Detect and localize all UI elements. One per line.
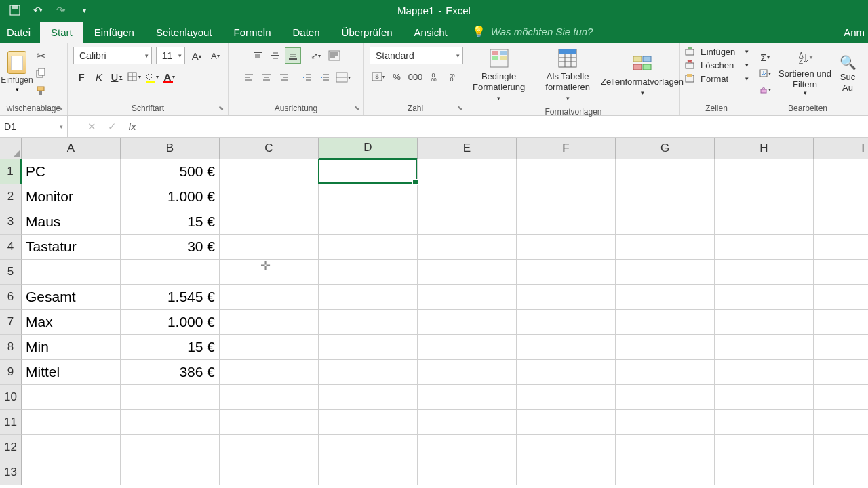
cell[interactable] — [517, 235, 616, 260]
decrease-indent-icon[interactable] — [299, 69, 315, 85]
tab-einfuegen[interactable]: Einfügen — [83, 22, 145, 43]
tab-daten[interactable]: Daten — [282, 22, 331, 43]
cell[interactable] — [814, 385, 868, 410]
cell[interactable] — [616, 235, 715, 260]
cell[interactable] — [319, 310, 418, 335]
cell[interactable] — [220, 159, 319, 184]
cancel-formula-icon[interactable]: ✕ — [81, 116, 102, 137]
cell[interactable] — [814, 159, 868, 184]
cell[interactable] — [814, 209, 868, 235]
cell[interactable] — [220, 435, 319, 460]
shrink-font-icon[interactable]: A▾ — [208, 47, 222, 64]
bold-button[interactable]: F — [73, 68, 90, 85]
autosum-icon[interactable]: Σ ▾ — [757, 50, 772, 64]
cell[interactable] — [22, 260, 121, 285]
tab-formeln[interactable]: Formeln — [223, 22, 282, 43]
grow-font-icon[interactable]: A▴ — [189, 47, 204, 64]
qat-customize-icon[interactable]: ▾ — [76, 2, 92, 18]
cell[interactable]: 30 € — [121, 235, 220, 260]
cell[interactable] — [715, 159, 814, 184]
dialog-launcher-icon[interactable]: ⬊ — [56, 104, 64, 113]
cell[interactable] — [616, 435, 715, 460]
insert-function-icon[interactable]: fx — [122, 116, 142, 137]
select-all-corner[interactable] — [0, 138, 22, 159]
cell[interactable] — [616, 184, 715, 209]
cell[interactable]: Min — [22, 335, 121, 360]
tab-start[interactable]: Start — [40, 22, 83, 43]
orientation-icon[interactable]: ⤢▾ — [308, 47, 324, 64]
sign-in-link[interactable]: Anm — [844, 22, 865, 43]
format-as-table-button[interactable]: Als Tabelle formatieren ▾ — [545, 47, 590, 103]
cell[interactable]: Maus — [22, 209, 121, 235]
paste-button[interactable]: Einfügen ▾ — [4, 48, 30, 98]
cell[interactable] — [715, 310, 814, 335]
fill-icon[interactable]: ▾ — [757, 66, 772, 80]
row-header[interactable]: 6 — [0, 285, 22, 310]
cell[interactable] — [220, 360, 319, 385]
tell-me-search[interactable]: 💡 Was möchten Sie tun? — [458, 20, 604, 43]
cell[interactable] — [220, 460, 319, 485]
cell[interactable] — [814, 310, 868, 335]
column-header[interactable]: B — [121, 138, 220, 159]
cell[interactable] — [616, 460, 715, 485]
accounting-format-icon[interactable]: $▾ — [370, 68, 387, 85]
cell[interactable] — [220, 285, 319, 310]
cell[interactable]: PC — [22, 159, 121, 184]
cell[interactable] — [715, 235, 814, 260]
cell[interactable] — [319, 260, 418, 285]
cell[interactable] — [517, 310, 616, 335]
italic-button[interactable]: K — [91, 68, 107, 85]
cell[interactable] — [418, 310, 517, 335]
cell[interactable] — [517, 335, 616, 360]
format-cells-button[interactable]: Format▾ — [684, 73, 749, 85]
cell[interactable] — [616, 310, 715, 335]
name-box[interactable]: D1 ▾ — [0, 116, 68, 137]
cell[interactable] — [418, 285, 517, 310]
cell[interactable] — [22, 435, 121, 460]
cell[interactable]: 1.000 € — [121, 184, 220, 209]
tab-datei[interactable]: Datei — [0, 22, 40, 43]
font-color-button[interactable]: A▾ — [161, 68, 178, 85]
cell[interactable] — [814, 184, 868, 209]
cell[interactable] — [715, 260, 814, 285]
cell[interactable] — [418, 410, 517, 435]
row-header[interactable]: 7 — [0, 310, 22, 335]
cell[interactable] — [616, 209, 715, 235]
cell[interactable] — [121, 460, 220, 485]
cell[interactable] — [220, 209, 319, 235]
cell[interactable]: Max — [22, 310, 121, 335]
cell[interactable] — [814, 335, 868, 360]
cell[interactable]: 1.000 € — [121, 310, 220, 335]
number-format-combo[interactable]: Standard▾ — [370, 47, 463, 64]
cell[interactable] — [616, 385, 715, 410]
cell[interactable] — [517, 209, 616, 235]
cell[interactable] — [517, 435, 616, 460]
tab-ueberpruefen[interactable]: Überprüfen — [331, 22, 403, 43]
cell[interactable] — [517, 410, 616, 435]
format-painter-icon[interactable] — [34, 84, 47, 98]
cell[interactable] — [814, 360, 868, 385]
cell[interactable] — [418, 435, 517, 460]
save-icon[interactable] — [7, 2, 23, 18]
cell[interactable] — [814, 460, 868, 485]
dialog-launcher-icon[interactable]: ⬊ — [353, 104, 361, 113]
cell[interactable] — [319, 460, 418, 485]
cell[interactable] — [715, 285, 814, 310]
cell[interactable] — [715, 335, 814, 360]
cell[interactable] — [22, 385, 121, 410]
row-header[interactable]: 5 — [0, 260, 22, 285]
row-header[interactable]: 8 — [0, 335, 22, 360]
cell[interactable] — [517, 159, 616, 184]
cell[interactable] — [517, 385, 616, 410]
cell[interactable] — [319, 235, 418, 260]
sort-filter-button[interactable]: AZ Sortieren und Filtern▾ — [778, 49, 832, 97]
copy-icon[interactable] — [34, 66, 47, 80]
border-button[interactable]: ▾ — [126, 68, 142, 85]
cell[interactable] — [715, 184, 814, 209]
align-middle-icon[interactable] — [267, 47, 283, 64]
column-header[interactable]: I — [814, 138, 868, 159]
cell[interactable] — [121, 260, 220, 285]
cell[interactable]: Monitor — [22, 184, 121, 209]
column-header[interactable]: D — [319, 138, 418, 159]
tab-ansicht[interactable]: Ansicht — [403, 22, 458, 43]
